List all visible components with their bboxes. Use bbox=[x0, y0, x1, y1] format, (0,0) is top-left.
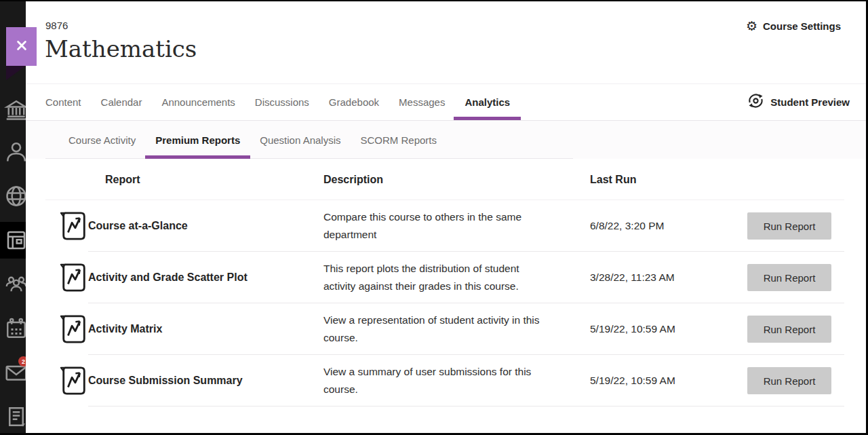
tab-content[interactable]: Content bbox=[45, 84, 81, 120]
subtab-scorm-reports[interactable]: SCORM Reports bbox=[360, 121, 437, 159]
report-description: Compare this course to others in the sam… bbox=[323, 208, 590, 244]
course-settings-label: Course Settings bbox=[763, 20, 841, 32]
course-content: 9876 Mathematics ⚙ Course Settings Conte… bbox=[26, 1, 866, 433]
messages-badge: 2 bbox=[18, 356, 26, 366]
table-row: Activity and Grade Scatter Plot This rep… bbox=[26, 252, 866, 303]
groups-icon bbox=[4, 272, 26, 297]
column-header-description: Description bbox=[323, 174, 590, 186]
gear-icon: ⚙ bbox=[746, 20, 757, 33]
tab-gradebook[interactable]: Gradebook bbox=[329, 84, 379, 120]
globe-icon bbox=[4, 184, 26, 208]
sidebar-item-profile[interactable] bbox=[4, 140, 26, 164]
courses-icon bbox=[4, 228, 26, 252]
table-row: Course at-a-Glance Compare this course t… bbox=[26, 200, 866, 252]
close-course-button[interactable] bbox=[6, 27, 37, 66]
course-nav-tabs: Content Calendar Announcements Discussio… bbox=[26, 84, 866, 121]
close-icon bbox=[13, 37, 31, 57]
calendar-icon bbox=[4, 316, 26, 341]
column-header-last-run: Last Run bbox=[590, 174, 747, 186]
report-chart-icon bbox=[60, 261, 88, 294]
run-report-button[interactable]: Run Report bbox=[747, 316, 831, 343]
student-preview-button[interactable]: Student Preview bbox=[747, 84, 850, 120]
table-row: Activity Matrix View a representation of… bbox=[26, 303, 866, 355]
grades-icon bbox=[4, 404, 26, 429]
report-description: View a representation of student activit… bbox=[323, 311, 590, 347]
report-last-run: 5/19/22, 10:59 AM bbox=[590, 323, 747, 335]
report-chart-icon bbox=[60, 313, 88, 345]
report-name[interactable]: Activity Matrix bbox=[88, 323, 323, 335]
app-window: 2 9876 Mathematics ⚙ Course Settings Con… bbox=[0, 0, 868, 435]
run-report-button[interactable]: Run Report bbox=[747, 264, 831, 291]
run-report-button[interactable]: Run Report bbox=[747, 212, 831, 240]
table-row: Course Submission Summary View a summary… bbox=[26, 355, 866, 406]
student-preview-icon bbox=[747, 92, 764, 112]
tab-analytics[interactable]: Analytics bbox=[465, 84, 510, 120]
subtab-course-activity[interactable]: Course Activity bbox=[68, 121, 136, 159]
table-header-row: Report Description Last Run bbox=[26, 159, 866, 200]
student-preview-label: Student Preview bbox=[770, 96, 850, 108]
report-chart-icon bbox=[60, 364, 88, 397]
sidebar-item-tools[interactable] bbox=[4, 184, 26, 208]
run-report-button[interactable]: Run Report bbox=[747, 367, 831, 394]
sidebar-item-grades[interactable] bbox=[4, 404, 26, 429]
report-name[interactable]: Course at-a-Glance bbox=[88, 220, 323, 232]
sidebar-item-messages[interactable]: 2 bbox=[4, 360, 26, 385]
column-header-report: Report bbox=[88, 174, 323, 186]
sidebar-item-courses[interactable] bbox=[4, 228, 26, 252]
sidebar-item-groups[interactable] bbox=[4, 272, 26, 297]
reports-table: Report Description Last Run Course at-a-… bbox=[26, 159, 866, 406]
course-settings-button[interactable]: ⚙ Course Settings bbox=[746, 20, 841, 33]
tab-calendar[interactable]: Calendar bbox=[101, 84, 142, 120]
report-last-run: 3/28/22, 11:23 AM bbox=[590, 271, 747, 284]
course-header: 9876 Mathematics ⚙ Course Settings bbox=[26, 1, 866, 84]
report-last-run: 6/8/22, 3:20 PM bbox=[590, 220, 747, 232]
analytics-sub-tabs: Course Activity Premium Reports Question… bbox=[26, 121, 866, 159]
institution-icon bbox=[4, 98, 26, 122]
report-last-run: 5/19/22, 10:59 AM bbox=[590, 375, 747, 387]
tab-announcements[interactable]: Announcements bbox=[161, 84, 235, 120]
course-id: 9876 bbox=[45, 20, 68, 31]
sidebar-item-calendar[interactable] bbox=[4, 316, 26, 341]
subtab-premium-reports[interactable]: Premium Reports bbox=[155, 121, 240, 159]
profile-icon bbox=[4, 140, 26, 164]
tab-messages[interactable]: Messages bbox=[399, 84, 445, 120]
report-name[interactable]: Activity and Grade Scatter Plot bbox=[88, 271, 323, 284]
report-description: This report plots the distribution of st… bbox=[323, 260, 590, 295]
tab-discussions[interactable]: Discussions bbox=[255, 84, 309, 120]
subtab-question-analysis[interactable]: Question Analysis bbox=[260, 121, 340, 159]
report-name[interactable]: Course Submission Summary bbox=[88, 375, 323, 387]
sidebar-item-institution[interactable] bbox=[4, 98, 26, 122]
report-chart-icon bbox=[60, 210, 88, 242]
report-description: View a summary of user submissions for t… bbox=[323, 363, 590, 398]
page-title: Mathematics bbox=[45, 35, 197, 62]
